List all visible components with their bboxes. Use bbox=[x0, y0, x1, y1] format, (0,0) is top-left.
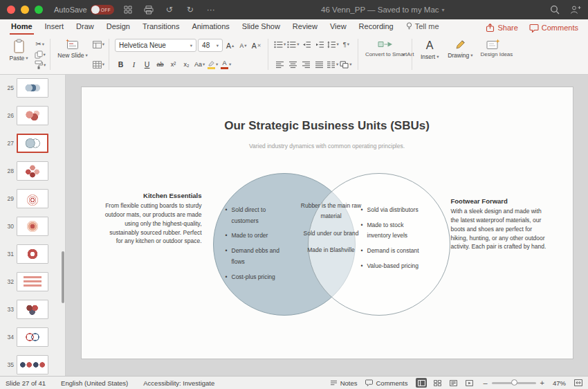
slideshow-view-button[interactable] bbox=[463, 378, 475, 388]
bullets-button[interactable]: ▾ bbox=[274, 39, 286, 50]
thumbnail-preview[interactable] bbox=[17, 244, 48, 264]
font-name-select[interactable]: Helvetica Neue▾ bbox=[115, 39, 196, 52]
zoom-out-button[interactable]: – bbox=[483, 379, 487, 387]
thumbnail-slide-25[interactable]: 25 bbox=[3, 78, 61, 98]
footwear-forward-textbox[interactable]: Footwear Forward With a sleek design and… bbox=[451, 197, 548, 251]
venn-overlap-list[interactable]: Rubber is the main raw material Sold und… bbox=[293, 201, 369, 262]
thumbnail-preview[interactable] bbox=[17, 355, 48, 374]
thumbnail-slide-31[interactable]: 31 bbox=[3, 244, 61, 264]
thumbnail-slide-32[interactable]: 32 bbox=[3, 271, 61, 291]
paste-button[interactable]: Paste▾ bbox=[6, 37, 32, 72]
fullscreen-window-button[interactable] bbox=[35, 6, 43, 14]
insert-button[interactable]: A Insert▾ bbox=[416, 37, 443, 72]
thumbnail-slide-34[interactable]: 34 bbox=[3, 327, 61, 347]
tab-slide-show[interactable]: Slide Show bbox=[241, 21, 282, 35]
thumbnail-slide-30[interactable]: 30 bbox=[3, 216, 61, 236]
font-color-button[interactable]: A ▾ bbox=[220, 59, 232, 70]
justify-button[interactable] bbox=[313, 59, 325, 70]
thumbnail-slide-33[interactable]: 33 bbox=[3, 299, 61, 319]
text-direction-button[interactable]: ¶▾ bbox=[340, 39, 352, 50]
strikethrough-button[interactable]: ab bbox=[154, 59, 166, 70]
more-actions-icon[interactable]: ··· bbox=[205, 4, 217, 15]
minimize-window-button[interactable] bbox=[21, 6, 29, 14]
thumbnail-slide-29[interactable]: 29 bbox=[3, 188, 61, 208]
add-person-icon[interactable] bbox=[570, 4, 581, 15]
align-center-button[interactable] bbox=[287, 59, 299, 70]
kitchen-essentials-textbox[interactable]: Kitchen Essentials From flexible cutting… bbox=[105, 191, 202, 246]
print-icon[interactable] bbox=[143, 4, 154, 15]
thumbnail-preview[interactable] bbox=[17, 106, 48, 125]
align-left-button[interactable] bbox=[274, 59, 286, 70]
tab-review[interactable]: Review bbox=[291, 21, 319, 35]
tab-home[interactable]: Home bbox=[10, 21, 34, 35]
cut-button[interactable]: ✂▾ bbox=[34, 39, 46, 49]
thumbnail-preview[interactable] bbox=[17, 217, 48, 236]
zoom-slider-thumb[interactable] bbox=[511, 379, 517, 386]
superscript-button[interactable]: x² bbox=[167, 59, 179, 70]
tab-insert[interactable]: Insert bbox=[44, 21, 66, 35]
comments-button[interactable]: Comments bbox=[529, 24, 578, 33]
tab-view[interactable]: View bbox=[329, 21, 348, 35]
tab-recording[interactable]: Recording bbox=[358, 21, 395, 35]
clear-formatting-button[interactable]: A✕ bbox=[250, 40, 262, 51]
columns-button[interactable]: ▾ bbox=[327, 59, 338, 70]
slide-27[interactable]: Our Strategic Business Units (SBUs) Vari… bbox=[82, 87, 573, 359]
thumbnail-preview[interactable] bbox=[17, 272, 48, 291]
thumbnail-preview[interactable] bbox=[17, 189, 48, 208]
numbering-button[interactable]: ▾ bbox=[287, 39, 299, 50]
thumbnail-slide-28[interactable]: 28 bbox=[3, 161, 61, 181]
layout-button[interactable]: ▾ bbox=[93, 39, 104, 50]
tab-design[interactable]: Design bbox=[105, 21, 131, 35]
slide-title[interactable]: Our Strategic Business Units (SBUs) bbox=[82, 119, 573, 133]
format-painter-button[interactable]: ▾ bbox=[34, 60, 46, 70]
text-highlight-button[interactable]: ▾ bbox=[207, 59, 219, 70]
tab-animations[interactable]: Animations bbox=[190, 21, 230, 35]
arrange-button[interactable]: ▾ bbox=[340, 59, 351, 70]
normal-view-button[interactable] bbox=[416, 378, 427, 388]
autosave-toggle[interactable]: OFF bbox=[91, 5, 114, 15]
change-case-button[interactable]: Aa▾ bbox=[194, 59, 205, 70]
accessibility-button[interactable]: Accessibility: Investigate bbox=[143, 379, 214, 387]
venn-right-list[interactable]: Sold via distributors Made to stock inve… bbox=[361, 205, 425, 276]
venn-left-list[interactable]: Sold direct to customers Made to order D… bbox=[226, 205, 295, 287]
undo-icon[interactable]: ↺ bbox=[164, 4, 175, 15]
decrease-font-size-button[interactable]: A▾ bbox=[237, 40, 249, 51]
zoom-slider[interactable] bbox=[492, 382, 536, 384]
copy-button[interactable]: ▾ bbox=[34, 49, 46, 60]
tab-draw[interactable]: Draw bbox=[75, 21, 95, 35]
zoom-level[interactable]: 47% bbox=[553, 379, 566, 387]
thumbnail-slide-27-selected[interactable]: 27 bbox=[3, 133, 61, 153]
italic-button[interactable]: I bbox=[128, 59, 140, 70]
thumbnail-slide-35[interactable]: 35 bbox=[3, 354, 61, 374]
slide-subtitle[interactable]: Varied industry dynamics with common ope… bbox=[82, 143, 573, 150]
thumbnail-scrollbar[interactable] bbox=[62, 251, 64, 303]
drawing-button[interactable]: Drawing▾ bbox=[445, 37, 475, 72]
close-window-button[interactable] bbox=[7, 6, 15, 14]
share-button[interactable]: Share bbox=[486, 23, 517, 33]
redo-icon[interactable]: ↻ bbox=[185, 4, 196, 15]
table-button[interactable]: ▾ bbox=[93, 59, 104, 70]
bold-button[interactable]: B bbox=[115, 59, 127, 70]
tab-tell-me[interactable]: Tell me bbox=[405, 21, 441, 35]
reading-view-button[interactable] bbox=[448, 378, 459, 388]
underline-button[interactable]: U bbox=[141, 59, 153, 70]
font-size-select[interactable]: 48▾ bbox=[198, 39, 223, 52]
comments-toggle-button[interactable]: Comments bbox=[365, 379, 407, 387]
increase-font-size-button[interactable]: A▴ bbox=[224, 40, 236, 51]
apps-grid-icon[interactable] bbox=[122, 4, 134, 15]
search-icon[interactable] bbox=[549, 4, 560, 15]
thumbnail-slide-26[interactable]: 26 bbox=[3, 105, 61, 125]
thumbnail-preview[interactable] bbox=[17, 161, 48, 181]
design-ideas-button[interactable]: Design Ideas bbox=[478, 37, 508, 72]
tab-transitions[interactable]: Transitions bbox=[141, 21, 181, 35]
thumbnail-preview[interactable] bbox=[17, 327, 48, 347]
align-right-button[interactable] bbox=[300, 59, 312, 70]
subscript-button[interactable]: x₂ bbox=[181, 59, 192, 70]
fit-to-window-button[interactable] bbox=[574, 379, 582, 386]
thumbnail-preview[interactable] bbox=[17, 78, 48, 98]
language-button[interactable]: English (United States) bbox=[61, 379, 128, 387]
decrease-indent-button[interactable] bbox=[301, 39, 313, 50]
line-spacing-button[interactable]: ▾ bbox=[327, 39, 339, 50]
zoom-in-button[interactable]: + bbox=[540, 379, 544, 387]
title-chevron-icon[interactable]: ▾ bbox=[442, 7, 445, 13]
